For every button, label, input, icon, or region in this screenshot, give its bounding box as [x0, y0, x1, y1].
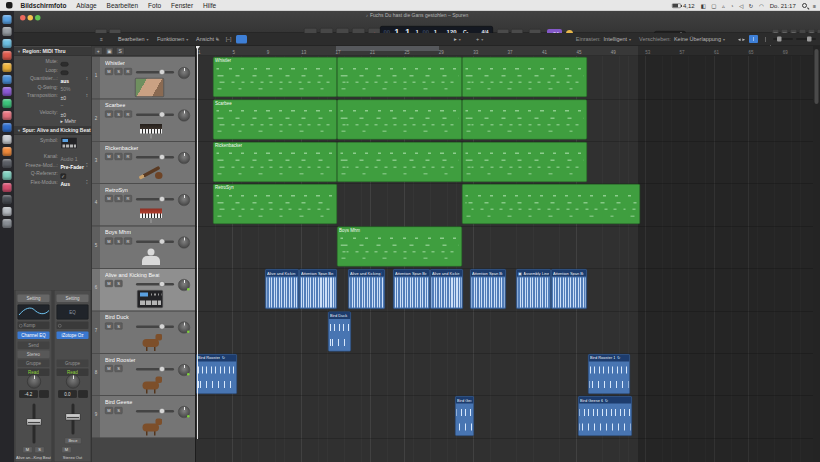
dock-app-icon[interactable] [3, 219, 12, 228]
track-header-bird-duck[interactable]: 7Bird DuckMS [92, 311, 195, 353]
track-pan-knob[interactable] [178, 279, 190, 291]
track-header-bird-rooster[interactable]: 8Bird RoosterMS [92, 354, 195, 396]
zoom-fit-icon[interactable]: |◄►| [761, 35, 770, 43]
vertical-zoom-slider[interactable] [773, 38, 793, 40]
track-pan-knob[interactable] [178, 152, 190, 164]
strip-slot-gruppe[interactable]: Gruppe [18, 360, 50, 368]
pan-knob[interactable] [66, 375, 80, 389]
midi-region-boys-mhm[interactable]: Boys Mhm [337, 227, 462, 267]
audio-region-alive-and-kicking-b[interactable]: Alive and Kicking B [430, 269, 463, 309]
midi-region[interactable] [462, 57, 587, 97]
input-source-icon[interactable]: ◧ [701, 2, 706, 9]
audio-region-attention-span-beat[interactable]: Attention Span Beat [470, 269, 506, 309]
dock-app-icon[interactable] [3, 159, 12, 168]
menu-app-name[interactable]: Bildschirmfoto [21, 2, 67, 10]
menu-clock[interactable]: Do. 21:17 [770, 2, 796, 9]
solo-button[interactable]: S [115, 280, 123, 287]
display-icon[interactable]: ▢ [711, 2, 716, 9]
audio-region-alive-and-kicking-b[interactable]: Alive and Kicking B [265, 269, 299, 309]
track-volume-handle[interactable] [159, 366, 165, 372]
inspector-row-value[interactable]: .. [61, 101, 64, 107]
track-name[interactable]: Boys Mhm [105, 229, 131, 235]
track-volume-slider[interactable] [136, 113, 174, 116]
marquee-tool-icon[interactable]: [‒] [224, 35, 233, 44]
airplay-icon[interactable]: ▵ [722, 2, 725, 9]
strip-slot-setting[interactable]: Setting [18, 295, 50, 303]
record-enable-button[interactable]: R [124, 68, 132, 75]
track-name[interactable]: Whistler [105, 60, 125, 66]
audio-region-bird-rooster[interactable]: Bird Rooster↻ [196, 354, 237, 394]
mute-button[interactable]: M [105, 68, 113, 75]
dock-app-icon[interactable] [3, 87, 12, 96]
dock-app-icon[interactable] [3, 75, 12, 84]
playhead[interactable] [197, 46, 198, 439]
strip-slot-stereo[interactable]: Stereo [18, 351, 50, 359]
dock-app-icon[interactable] [3, 63, 12, 72]
track-volume-handle[interactable] [159, 154, 165, 160]
strip-slot-gruppe[interactable]: Gruppe [57, 360, 89, 368]
track-volume-slider[interactable] [136, 198, 174, 201]
waveform-zoom-icon[interactable]: ◄► [737, 35, 746, 43]
stepper-icon[interactable]: ▴▾ [85, 179, 90, 185]
stepper-icon[interactable]: ▴▾ [85, 162, 90, 168]
track-name[interactable]: Bird Rooster [105, 356, 136, 362]
auto-track-zoom-button[interactable]: I [749, 35, 758, 43]
mute-button[interactable]: M [105, 153, 113, 160]
horizontal-zoom-handle[interactable] [807, 37, 812, 42]
dock-app-icon[interactable] [3, 207, 12, 216]
dock-app-icon[interactable] [3, 27, 12, 36]
track-header-alive-and-kicking-beat[interactable]: 6Alive and Kicking BeatMS [92, 269, 195, 311]
horizontal-zoom-slider[interactable] [796, 38, 816, 40]
mute-button[interactable]: M [105, 280, 113, 287]
dock-app-icon[interactable] [3, 15, 12, 24]
track-pan-knob[interactable] [178, 194, 190, 206]
vertical-zoom-handle[interactable] [777, 37, 782, 42]
track-pan-knob[interactable] [178, 321, 190, 333]
dock-app-icon[interactable] [3, 99, 12, 108]
track-volume-handle[interactable] [159, 69, 165, 75]
midi-region[interactable] [462, 184, 640, 224]
disclosure-triangle-icon[interactable]: ▼ [17, 129, 21, 134]
bounce-button[interactable]: Bnce [65, 438, 82, 445]
menu-item-ablage[interactable]: Ablage [76, 2, 96, 10]
dock-app-icon[interactable] [3, 195, 12, 204]
track-pan-knob[interactable] [178, 67, 190, 79]
volume-value[interactable]: 0.0 [59, 391, 77, 398]
track-name[interactable]: Scarbee [105, 102, 125, 108]
solo-button[interactable]: S [115, 407, 123, 414]
track-volume-slider[interactable] [136, 71, 174, 74]
mute-button[interactable]: M [105, 195, 113, 202]
audio-region-attention-span-bea[interactable]: Attention Span Bea [393, 269, 430, 309]
audio-region-bird-duck-3[interactable]: Bird Duck 3 [328, 311, 351, 351]
menu-item-fenster[interactable]: Fenster [171, 2, 193, 10]
menu-item-hilfe[interactable]: Hilfe [203, 2, 216, 10]
midi-region-scarbee[interactable]: Scarbee [213, 99, 337, 139]
mute-button[interactable]: M [105, 407, 113, 414]
snap-value-dropdown[interactable]: Intelligent [604, 36, 632, 42]
track-volume-slider[interactable] [136, 410, 174, 413]
disclosure-triangle-icon[interactable]: ▼ [17, 50, 21, 55]
dock-app-icon[interactable] [3, 171, 12, 180]
region-inspector-header[interactable]: ▼Region: MIDI Thru [14, 47, 92, 56]
track-name[interactable]: Bird Geese [105, 399, 133, 405]
track-header-scarbee[interactable]: 2ScarbeeMSR [92, 99, 195, 141]
track-symbol-thumbnail[interactable] [61, 137, 78, 149]
dock-app-icon[interactable] [3, 39, 12, 48]
volume-icon[interactable]: ◁ [739, 2, 743, 9]
duplicate-track-button[interactable]: ▣ [105, 47, 114, 55]
dock-app-icon[interactable] [3, 111, 12, 120]
track-volume-handle[interactable] [159, 281, 165, 287]
menu-item-foto[interactable]: Foto [148, 2, 161, 10]
volume-value[interactable]: -4.2 [20, 391, 38, 398]
drag-value-dropdown[interactable]: Keine Überlappung [674, 36, 725, 42]
track-volume-slider[interactable] [136, 368, 174, 371]
arrange-area[interactable]: 159131721252933374145495357616569 Whistl… [195, 46, 813, 462]
track-inspector-header[interactable]: ▼Spur: Alive and Kicking Beat [14, 126, 92, 135]
eq-thumbnail[interactable] [18, 305, 50, 320]
track-header-retrosyn[interactable]: 4RetroSynMSR [92, 184, 195, 226]
record-enable-button[interactable]: R [124, 195, 132, 202]
add-track-button[interactable]: + [94, 47, 103, 55]
solo-button[interactable]: S [115, 365, 123, 372]
track-name[interactable]: RetroSyn [105, 187, 128, 193]
midi-region-retrosyn[interactable]: RetroSyn [213, 184, 337, 224]
